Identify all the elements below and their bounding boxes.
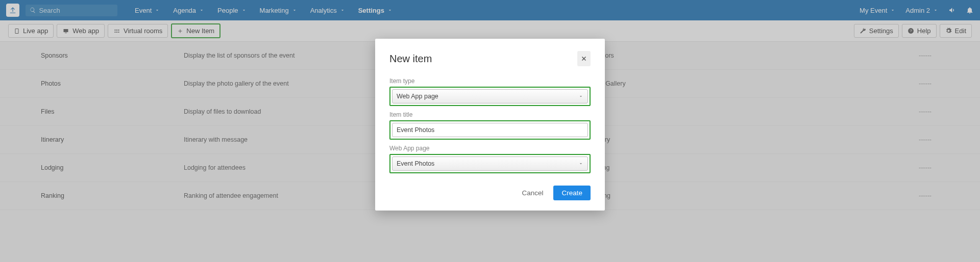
item-type-label: Item type (389, 77, 591, 85)
close-button[interactable] (577, 51, 591, 66)
modal-overlay: New item Item type Web App page Item tit… (0, 0, 980, 262)
web-page-select[interactable]: Event Photos (392, 156, 588, 171)
close-icon (581, 56, 587, 62)
item-title-input[interactable] (392, 123, 588, 137)
select-value: Web App page (397, 93, 438, 100)
cancel-button[interactable]: Cancel (522, 189, 543, 197)
web-page-label: Web App page (389, 145, 591, 152)
chevron-down-icon (578, 94, 583, 99)
modal-title: New item (389, 53, 432, 65)
new-item-modal: New item Item type Web App page Item tit… (375, 39, 605, 211)
item-title-field (389, 120, 591, 140)
item-type-field: Web App page (389, 87, 591, 106)
select-value: Event Photos (397, 160, 434, 167)
create-button[interactable]: Create (553, 186, 591, 200)
item-type-select[interactable]: Web App page (392, 89, 588, 103)
item-title-label: Item title (389, 111, 591, 118)
web-page-field: Event Photos (389, 154, 591, 173)
chevron-down-icon (578, 161, 583, 166)
